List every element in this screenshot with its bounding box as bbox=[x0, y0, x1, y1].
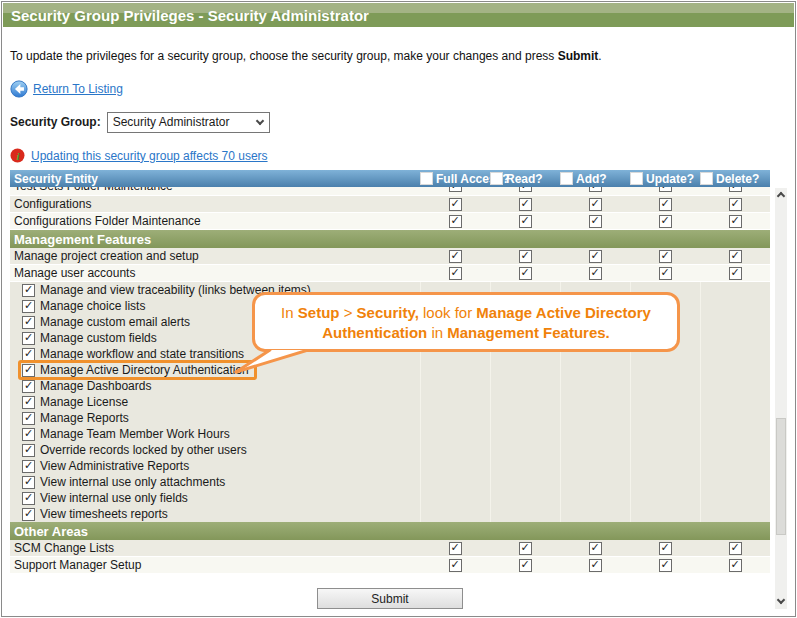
full-access-checkbox[interactable] bbox=[449, 198, 462, 211]
add-cell bbox=[560, 250, 630, 263]
security-group-row: Security Group: Security Administrator bbox=[10, 111, 787, 133]
select-all-read-checkbox[interactable] bbox=[490, 172, 503, 185]
feature-row: Manage Dashboards bbox=[10, 378, 770, 394]
delete-cell bbox=[700, 187, 770, 192]
update-checkbox[interactable] bbox=[659, 559, 672, 572]
feature-checkbox[interactable] bbox=[22, 508, 35, 521]
back-arrow-icon[interactable] bbox=[10, 80, 28, 98]
delete-checkbox[interactable] bbox=[729, 267, 742, 280]
scrollbar-track[interactable] bbox=[775, 204, 787, 593]
feature-wrap: View internal use only fields bbox=[22, 491, 188, 505]
add-checkbox[interactable] bbox=[589, 267, 602, 280]
read-checkbox[interactable] bbox=[519, 250, 532, 263]
update-checkbox[interactable] bbox=[659, 187, 672, 192]
annotation-callout: In Setup > Security, look for Manage Act… bbox=[252, 292, 680, 352]
feature-row: Manage License bbox=[10, 394, 770, 410]
delete-checkbox[interactable] bbox=[729, 187, 742, 192]
full-access-checkbox[interactable] bbox=[449, 187, 462, 192]
callout-tail bbox=[232, 349, 312, 375]
affected-users-link[interactable]: Updating this security group affects 70 … bbox=[31, 149, 268, 163]
delete-checkbox[interactable] bbox=[729, 542, 742, 555]
feature-label: Manage Reports bbox=[40, 411, 129, 425]
delete-checkbox[interactable] bbox=[729, 215, 742, 228]
vertical-scrollbar[interactable] bbox=[775, 188, 787, 609]
add-cell bbox=[560, 542, 630, 555]
add-checkbox[interactable] bbox=[589, 215, 602, 228]
delete-cell bbox=[700, 267, 770, 280]
read-checkbox[interactable] bbox=[519, 187, 532, 192]
table-row: Configurations bbox=[10, 196, 770, 213]
full-access-checkbox[interactable] bbox=[449, 215, 462, 228]
feature-checkbox[interactable] bbox=[22, 300, 35, 313]
feature-wrap: View internal use only attachments bbox=[22, 475, 225, 489]
select-all-add-checkbox[interactable] bbox=[560, 172, 573, 185]
read-cell bbox=[490, 559, 560, 572]
update-checkbox[interactable] bbox=[659, 215, 672, 228]
add-cell bbox=[560, 559, 630, 572]
table-row: Support Manager Setup bbox=[10, 557, 770, 574]
update-checkbox[interactable] bbox=[659, 267, 672, 280]
read-checkbox[interactable] bbox=[519, 542, 532, 555]
row-label: Support Manager Setup bbox=[10, 558, 420, 572]
read-checkbox[interactable] bbox=[519, 198, 532, 211]
feature-checkbox[interactable] bbox=[22, 348, 35, 361]
feature-row: Manage Active Directory Authentication bbox=[10, 362, 770, 378]
submit-button[interactable]: Submit bbox=[317, 588, 463, 609]
update-checkbox[interactable] bbox=[659, 250, 672, 263]
row-label: Manage user accounts bbox=[10, 266, 420, 280]
section-header: Management Features bbox=[10, 230, 770, 248]
read-checkbox[interactable] bbox=[519, 559, 532, 572]
select-all-delete-checkbox[interactable] bbox=[700, 172, 713, 185]
feature-checkbox[interactable] bbox=[22, 428, 35, 441]
delete-checkbox[interactable] bbox=[729, 559, 742, 572]
full-access-checkbox[interactable] bbox=[449, 267, 462, 280]
column-header-update: Update? bbox=[630, 172, 700, 186]
feature-checkbox[interactable] bbox=[22, 284, 35, 297]
add-checkbox[interactable] bbox=[589, 198, 602, 211]
feature-label: Manage workflow and state transitions bbox=[40, 347, 244, 361]
table-header: Security Entity Full Access? Read? Add? … bbox=[10, 170, 770, 187]
feature-checkbox[interactable] bbox=[22, 460, 35, 473]
add-cell bbox=[560, 215, 630, 228]
return-to-listing-link[interactable]: Return To Listing bbox=[33, 82, 123, 96]
feature-checkbox[interactable] bbox=[22, 364, 35, 377]
feature-label: Manage Dashboards bbox=[40, 379, 151, 393]
scrollbar-thumb[interactable] bbox=[776, 418, 786, 535]
add-checkbox[interactable] bbox=[589, 250, 602, 263]
full-access-checkbox[interactable] bbox=[449, 250, 462, 263]
update-cell bbox=[630, 250, 700, 263]
select-all-full-access-checkbox[interactable] bbox=[420, 172, 433, 185]
feature-checkbox[interactable] bbox=[22, 492, 35, 505]
feature-wrap: Manage Reports bbox=[22, 411, 129, 425]
intro-submit-word: Submit bbox=[558, 49, 599, 63]
select-all-update-checkbox[interactable] bbox=[630, 172, 643, 185]
security-group-select[interactable]: Security Administrator bbox=[107, 112, 270, 133]
feature-checkbox[interactable] bbox=[22, 444, 35, 457]
intro-text: To update the privileges for a security … bbox=[10, 49, 787, 63]
feature-checkbox[interactable] bbox=[22, 316, 35, 329]
delete-checkbox[interactable] bbox=[729, 198, 742, 211]
feature-row: View Administrative Reports bbox=[10, 458, 770, 474]
update-checkbox[interactable] bbox=[659, 542, 672, 555]
scroll-down-button[interactable] bbox=[775, 593, 787, 609]
add-checkbox[interactable] bbox=[589, 559, 602, 572]
feature-checkbox[interactable] bbox=[22, 412, 35, 425]
full-access-cell bbox=[420, 198, 490, 211]
feature-checkbox[interactable] bbox=[22, 476, 35, 489]
feature-label: View internal use only fields bbox=[40, 491, 188, 505]
add-checkbox[interactable] bbox=[589, 542, 602, 555]
feature-checkbox[interactable] bbox=[22, 380, 35, 393]
delete-cell bbox=[700, 559, 770, 572]
intro-before: To update the privileges for a security … bbox=[10, 49, 558, 63]
feature-checkbox[interactable] bbox=[22, 332, 35, 345]
add-checkbox[interactable] bbox=[589, 187, 602, 192]
update-checkbox[interactable] bbox=[659, 198, 672, 211]
read-checkbox[interactable] bbox=[519, 215, 532, 228]
full-access-checkbox[interactable] bbox=[449, 559, 462, 572]
delete-checkbox[interactable] bbox=[729, 250, 742, 263]
feature-checkbox[interactable] bbox=[22, 396, 35, 409]
read-checkbox[interactable] bbox=[519, 267, 532, 280]
full-access-checkbox[interactable] bbox=[449, 542, 462, 555]
scroll-up-button[interactable] bbox=[775, 188, 787, 204]
feature-wrap: View Administrative Reports bbox=[22, 459, 189, 473]
